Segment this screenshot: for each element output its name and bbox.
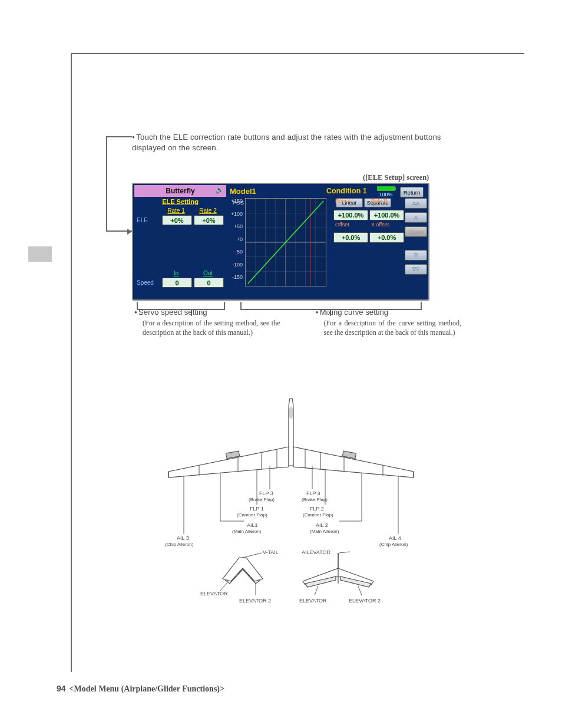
aircraft-svg: FLP 3 (Brake Flap) FLP 4 (Brake Flap) FL… [161,395,421,607]
vtail-label: V-TAIL [263,549,279,555]
callout-text: Touch the ELE correction rate buttons an… [132,133,441,152]
ele-row-label: ELE [137,215,160,225]
callout-ele-correction: Touch the ELE correction rate buttons an… [132,132,456,153]
curve-graph[interactable] [245,198,326,286]
screen-title-text: Butterfly [166,187,194,195]
speed-row-label: Speed [137,278,160,288]
flp1-label: FLP 1 [250,506,264,512]
ailev-elev2-label: ELEVATOR 2 [349,598,381,604]
svg-line-28 [243,553,262,558]
triangle-down-double-icon: ▽▽ [412,267,419,272]
single-down-button[interactable]: ▽ [405,250,427,261]
svg-line-29 [220,582,227,591]
y-tick: +50 [227,223,243,236]
thumb-tab [28,246,52,262]
speed-out-header: Out [192,270,224,276]
servo-speed-sub: (For a description of the setting method… [143,318,280,337]
ratea-header: Rate A [333,198,368,209]
speaker-icon: 🔊 [216,186,224,194]
flp1-sub: (Camber Flap) [237,512,267,518]
curve-svg [246,199,326,286]
rate-offset-panel: Rate A Rate B +100.0% +100.0% Offset X o… [333,196,404,288]
double-down-button[interactable]: ▽▽ [405,264,427,275]
mixing-curve-note: Mixing curve setting (For a description … [316,308,462,337]
servo-speed-head: Servo speed setting [138,308,207,317]
ail1-sub: (Main Aileron) [232,529,262,534]
speed-in-header: In [160,270,192,276]
rateb-header: Rate B [369,198,404,209]
rate1-header: Rate 1 [160,207,192,214]
adjust-buttons: △△ △ Reset ▽ ▽▽ [404,196,430,288]
ailevator-label: AILEVATOR [302,549,331,555]
flp4-sub: (Brake Flap) [302,497,328,502]
offset-button[interactable]: +0.0% [333,232,368,243]
y-tick: -50 [227,249,243,262]
y-tick: +150 [227,198,243,211]
ail4-sub: (Chip Aileron) [379,542,408,547]
page-number: 94 [57,684,66,693]
flp4-label: FLP 4 [306,490,320,496]
rate2-header: Rate 2 [192,207,224,214]
y-tick: -100 [227,262,243,275]
y-tick: +0 [227,236,243,249]
callout-leader [106,136,107,232]
svg-point-15 [289,407,293,419]
single-up-button[interactable]: △ [405,212,427,223]
mixing-curve-graph: +150 +100 +50 +0 -50 -100 -150 [227,196,333,288]
flp2-label: FLP 2 [310,506,324,512]
triangle-up-icon: △ [414,215,418,220]
ailev-elev-label: ELEVATOR [299,598,327,604]
screen-title[interactable]: Butterfly 🔊 [134,185,226,197]
ele-rate1-button[interactable]: +0% [162,215,192,225]
ele-setup-screen: Butterfly 🔊 Model1 Condition 1 100% Retu… [132,183,429,301]
model-name: Model1 [230,187,256,196]
ail3-label: AIL 3 [177,535,189,541]
mixing-curve-sub: (For a description of the curve setting … [324,318,462,337]
battery-icon [377,186,395,191]
footer-title: <Model Menu (Airplane/Glider Functions)> [70,684,224,694]
vtail-elev-label: ELEVATOR [200,591,228,597]
ele-rate2-button[interactable]: +0% [194,215,224,225]
xoffset-header: X offset [369,222,404,231]
double-up-button[interactable]: △△ [405,198,427,209]
svg-line-33 [315,586,318,595]
svg-line-32 [339,552,350,553]
triangle-up-double-icon: △△ [412,201,419,206]
y-tick: +100 [227,211,243,224]
aircraft-diagram: FLP 3 (Brake Flap) FLP 4 (Brake Flap) FL… [161,395,421,607]
mixing-curve-head: Mixing curve setting [320,308,389,317]
flp3-label: FLP 3 [259,490,273,496]
ail4-label: AIL 4 [389,535,401,541]
ratea-button[interactable]: +100.0% [333,210,368,220]
ail3-sub: (Chip Aileron) [165,542,194,547]
flp3-sub: (Brake Flap) [249,497,275,502]
ail1-label: AIL1 [247,522,258,528]
y-axis-labels: +150 +100 +50 +0 -50 -100 -150 [227,198,243,287]
ail2-sub: (Main Aileron) [310,529,339,534]
flp2-sub: (Camber Flap) [303,512,333,518]
ele-setting-title: ELE Setting [137,198,224,205]
ail2-label: AIL 2 [316,522,328,528]
callout-leader-arrow-icon [127,229,132,235]
y-tick: -150 [227,274,243,287]
speed-in-button[interactable]: 0 [162,278,192,288]
rateb-button[interactable]: +100.0% [369,210,404,220]
reset-button[interactable]: Reset [405,226,427,237]
ele-setting-panel: ELE Setting Rate 1 Rate 2 ELE +0% +0% In… [133,196,227,288]
servo-speed-note: Servo speed setting (For a description o… [134,308,280,337]
page-footer: 94 <Model Menu (Airplane/Glider Function… [57,684,224,694]
triangle-down-icon: ▽ [414,253,418,258]
vtail-elev2-label: ELEVATOR 2 [239,598,271,604]
screen-caption: ([ELE Setup] screen) [363,173,429,182]
condition-name: Condition 1 [326,187,367,195]
xoffset-button[interactable]: +0.0% [369,232,404,243]
speed-out-button[interactable]: 0 [194,278,224,288]
svg-line-34 [358,586,362,595]
offset-header: Offset [333,222,368,231]
